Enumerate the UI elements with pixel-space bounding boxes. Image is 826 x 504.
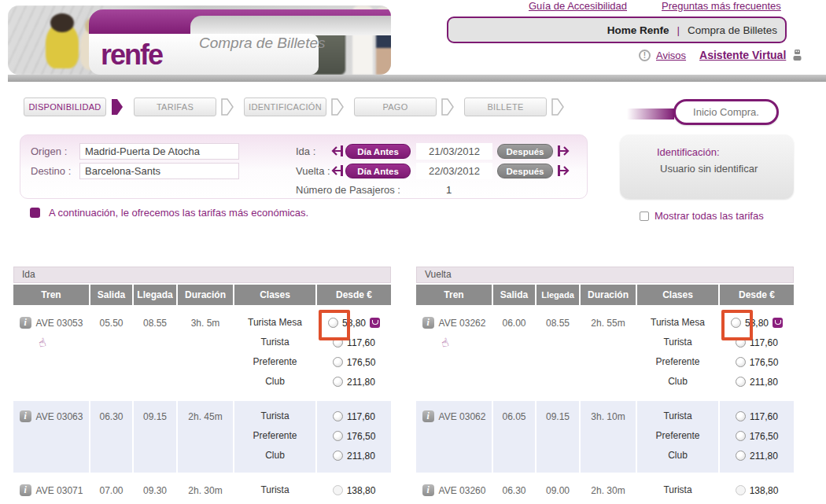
class-label: Preferente [234,500,315,504]
search-summary-panel: Origen : Madrid-Puerta De Atocha Destino… [20,134,588,199]
pasajeros-label: Número de Pasajeros : [296,184,400,196]
arrival-time: 09.15 [134,407,176,426]
vuelta-table-header: Tren Salida Llegada Duración Clases Desd… [416,285,794,305]
train-info-icon[interactable]: i [422,484,434,496]
inicio-compra-button[interactable]: Inicio Compra. [673,99,779,125]
fare-price: 117,60 [347,337,375,348]
identification-status: Usuario sin identificar [660,163,758,175]
fare-radio-button[interactable] [736,431,746,441]
home-renfe-link[interactable]: Home Renfe [607,24,669,36]
train-info-icon[interactable]: i [20,410,31,422]
origen-field[interactable]: Madrid-Puerta De Atocha [79,143,239,160]
arrival-time: 09.15 [537,407,579,426]
fare-price: 176,50 [347,357,376,368]
destino-field[interactable]: Barcelona-Sants [79,163,239,179]
vuelta-label: Vuelta : [296,165,330,177]
departure-time: 05.50 [90,313,132,333]
fare-radio-button[interactable] [333,377,343,387]
ida-table-header: Tren Salida Llegada Duración Clases Desd… [13,285,391,305]
step-arrow-icon [111,98,124,116]
col-header-desde: Desde € [317,285,391,305]
train-info-icon[interactable]: i [20,317,31,329]
ida-despues-button[interactable]: Después [497,144,553,159]
header-divider-bar [8,75,826,82]
duration: 2h. 45m [178,407,233,426]
fare-radio-button[interactable] [736,411,746,421]
col-header-llegada: Llegada [134,285,176,305]
train-info-icon[interactable]: i [422,317,434,329]
tab-tarifas[interactable]: TARIFAS [134,97,216,116]
ida-dia-antes-button[interactable]: Día Antes [345,144,411,159]
col-header-llegada: Llegada [537,285,579,305]
train-number: AVE 03062 [439,411,486,422]
fare-price: 211,80 [750,377,778,388]
vuelta-prev-arrow-icon[interactable] [330,164,345,178]
class-label: Preferente [637,426,718,446]
show-all-fares-checkbox[interactable] [640,212,649,221]
departure-time: 06.30 [90,407,132,426]
bullet-square-icon [30,208,40,218]
class-label: Preferente [637,500,718,504]
fare-radio-button[interactable] [736,377,746,387]
fare-radio-button[interactable] [333,357,343,367]
train-info-icon[interactable]: i [422,410,434,422]
avisos-link[interactable]: Avisos [656,50,686,61]
header-subnav: ! Avisos Asistente Virtual [639,49,803,61]
fare-radio-button[interactable] [731,318,741,328]
faq-link[interactable]: Preguntas más frecuentes [662,0,781,12]
duration: 3h. 5m [178,313,233,333]
ida-next-arrow-icon[interactable] [556,144,571,158]
compra-billetes-link[interactable]: Compra de Billetes [688,24,777,36]
arrival-time: 08.55 [537,313,579,333]
train-number: AVE 03063 [36,411,83,422]
train-number: AVE 03053 [36,318,83,329]
class-label: Club [637,446,718,465]
vuelta-dia-antes-button[interactable]: Día Antes [345,164,411,178]
vuelta-next-arrow-icon[interactable] [556,164,571,178]
tab-disponibilidad[interactable]: DISPONIBILIDAD [24,97,106,116]
identification-box: Identificación: Usuario sin identificar [620,134,794,199]
renfe-logo: renfe [101,39,162,72]
train-info-icon[interactable]: i [20,484,31,496]
renfe-banner: renfe Compra de Billetes [8,6,391,75]
duration: 2h. 55m [581,313,636,333]
fare-radio-button[interactable] [333,431,343,441]
tab-pago[interactable]: PAGO [354,97,437,116]
nav-separator: | [677,24,680,36]
vuelta-table-title: Vuelta [416,267,794,283]
col-header-salida: Salida [493,285,535,305]
class-label: Preferente [637,352,718,372]
class-label: Club [234,372,315,392]
vuelta-despues-button[interactable]: Después [497,164,553,178]
table-row: i AVE 03063 06.30 09.15 2h. 45m Turista … [13,401,391,473]
photo-person [50,13,74,32]
promo-fare-icon [773,318,783,328]
class-label: Preferente [234,426,315,446]
departure-time: 07.00 [90,480,132,500]
fare-radio-button[interactable] [333,451,343,461]
arrival-time: 09.00 [537,480,579,500]
vuelta-date-field[interactable]: 22/03/2012 [416,163,492,179]
ida-prev-arrow-icon[interactable] [330,144,345,158]
fare-radio-button[interactable] [328,318,338,328]
fare-radio-button[interactable] [333,411,343,421]
fare-radio-button[interactable] [333,485,343,495]
fare-radio-button[interactable] [736,485,746,495]
col-header-salida: Salida [90,285,132,305]
fare-radio-button[interactable] [736,357,746,367]
vuelta-table: Vuelta Tren Salida Llegada Duración Clas… [416,267,794,504]
col-header-clases: Clases [234,285,315,305]
departure-time: 06.00 [493,313,535,333]
col-header-clases: Clases [637,285,718,305]
tab-identificacion[interactable]: IDENTIFICACIÓN [244,97,326,116]
ida-date-field[interactable]: 21/03/2012 [416,143,492,160]
show-all-fares-label: Mostrar todas las tarifas [655,210,764,222]
class-label: Turista Mesa [234,313,315,333]
duration: 3h. 10m [581,407,636,426]
class-label: Turista [234,333,315,352]
progress-steps: DISPONIBILIDAD TARIFAS IDENTIFICACIÓN PA… [24,97,574,116]
asistente-virtual-link[interactable]: Asistente Virtual [699,49,786,61]
fare-radio-button[interactable] [736,451,746,461]
tab-billete[interactable]: BILLETE [464,97,547,116]
accessibility-link[interactable]: Guía de Accesibilidad [529,0,627,12]
